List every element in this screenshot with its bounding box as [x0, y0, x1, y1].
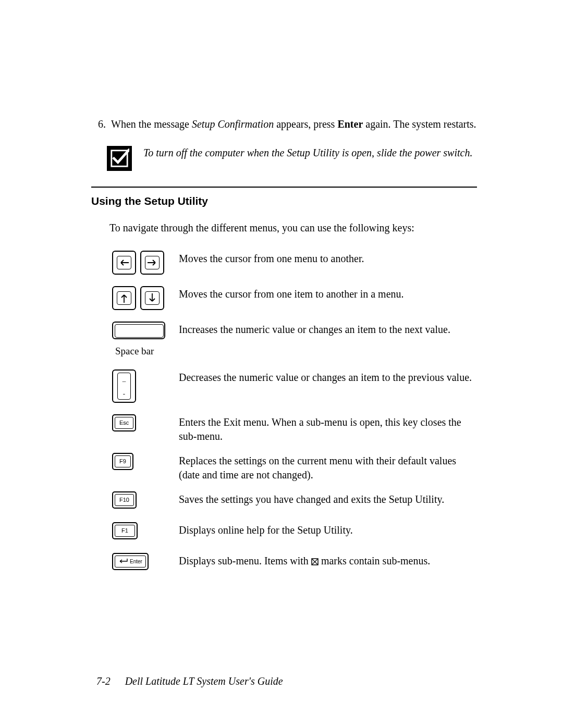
- f9-key-icon: F9: [112, 453, 133, 470]
- enter-key-icon: Enter: [112, 553, 149, 571]
- step-list: 6. When the message Setup Confirmation a…: [91, 117, 477, 131]
- step-6: 6. When the message Setup Confirmation a…: [91, 117, 477, 131]
- intro-text: To navigate through the different menus,…: [109, 221, 477, 235]
- desc-minus: Decreases the numeric value or changes a…: [179, 369, 477, 385]
- esc-key-icon: Esc: [112, 414, 136, 431]
- row-f10: F10 Saves the settings you have changed …: [112, 491, 477, 509]
- desc-f9: Replaces the settings on the current men…: [179, 453, 477, 482]
- desc-f10: Saves the settings you have changed and …: [179, 491, 477, 507]
- desc-f1: Displays online help for the Setup Utili…: [179, 522, 477, 537]
- section-divider: [91, 187, 477, 188]
- row-f9: F9 Replaces the settings on the current …: [112, 453, 477, 482]
- step-text: When the message Setup Confirmation appe…: [111, 117, 476, 131]
- right-arrow-key-icon: [140, 251, 164, 275]
- up-arrow-key-icon: [112, 286, 136, 310]
- f1-key-icon: F1: [112, 522, 138, 539]
- down-arrow-key-icon: [140, 286, 164, 310]
- desc-arrows-ud: Moves the cursor from one item to anothe…: [179, 286, 477, 301]
- footer-title: Dell Latitude LT System User's Guide: [125, 675, 283, 687]
- desc-enter: Displays sub-menu. Items with marks cont…: [179, 553, 477, 569]
- row-arrows-ud: Moves the cursor from one item to anothe…: [112, 286, 477, 310]
- row-spacebar: Space bar Increases the numeric value or…: [112, 322, 477, 358]
- page-footer: 7-2Dell Latitude LT System User's Guide: [96, 674, 283, 688]
- desc-esc: Enters the Exit menu. When a sub-menu is…: [179, 414, 477, 443]
- note-block: To turn off the computer when the Setup …: [107, 146, 477, 171]
- left-arrow-key-icon: [112, 251, 136, 275]
- checkbox-mark-icon: [311, 555, 319, 569]
- page-number: 7-2: [96, 675, 111, 687]
- minus-key-icon: _ -: [112, 369, 136, 403]
- row-f1: F1 Displays online help for the Setup Ut…: [112, 522, 477, 539]
- f10-key-icon: F10: [112, 491, 137, 509]
- note-text: To turn off the computer when the Setup …: [143, 146, 477, 160]
- row-arrows-lr: Moves the cursor from one menu to anothe…: [112, 251, 477, 275]
- enter-arrow-icon: [118, 559, 128, 564]
- section-heading: Using the Setup Utility: [91, 194, 477, 208]
- step-number: 6.: [91, 117, 106, 131]
- spacebar-key-icon: [112, 322, 165, 339]
- spacebar-label: Space bar: [115, 344, 154, 358]
- key-table: Moves the cursor from one menu to anothe…: [112, 251, 477, 570]
- row-enter: Enter Displays sub-menu. Items with mark…: [112, 553, 477, 571]
- desc-arrows-lr: Moves the cursor from one menu to anothe…: [179, 251, 477, 266]
- check-note-icon: [107, 146, 132, 171]
- desc-spacebar: Increases the numeric value or changes a…: [179, 322, 477, 337]
- row-minus: _ - Decreases the numeric value or chang…: [112, 369, 477, 403]
- row-esc: Esc Enters the Exit menu. When a sub-men…: [112, 414, 477, 443]
